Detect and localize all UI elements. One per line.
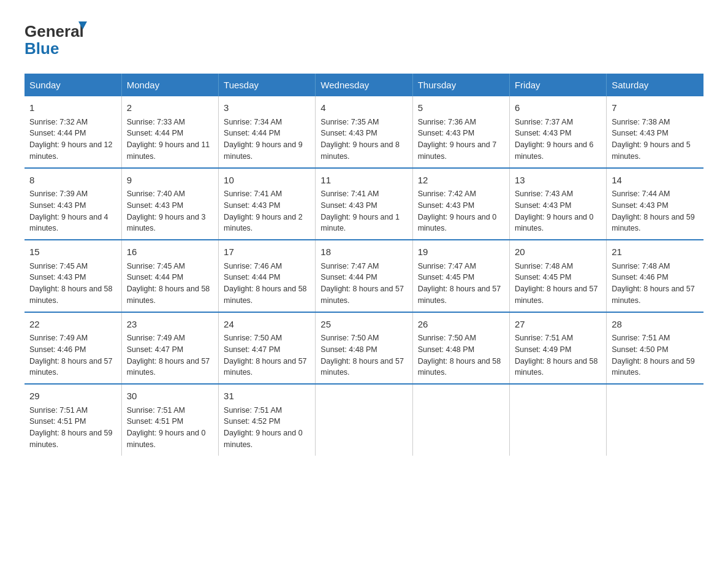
calendar-cell: 13Sunrise: 7:43 AMSunset: 4:43 PMDayligh… — [509, 168, 606, 240]
day-number: 2 — [127, 101, 213, 115]
day-number: 29 — [29, 389, 116, 404]
sunrise-label: Sunrise: 7:50 AM — [224, 334, 282, 342]
sunrise-label: Sunrise: 7:38 AM — [612, 118, 670, 126]
day-number: 8 — [29, 174, 116, 188]
calendar-cell: 25Sunrise: 7:50 AMSunset: 4:48 PMDayligh… — [316, 312, 412, 385]
daylight-label: Daylight: 8 hours and 59 minutes. — [29, 429, 113, 449]
sunrise-label: Sunrise: 7:50 AM — [320, 334, 379, 342]
sunrise-label: Sunrise: 7:51 AM — [29, 406, 88, 415]
day-number: 24 — [224, 318, 310, 332]
daylight-label: Daylight: 8 hours and 59 minutes. — [612, 357, 695, 377]
sunset-label: Sunset: 4:43 PM — [612, 201, 668, 210]
calendar-cell: 16Sunrise: 7:45 AMSunset: 4:44 PMDayligh… — [121, 240, 218, 312]
daylight-label: Daylight: 8 hours and 57 minutes. — [29, 357, 113, 377]
sunset-label: Sunset: 4:52 PM — [224, 417, 280, 426]
col-header-thursday: Thursday — [412, 74, 509, 96]
daylight-label: Daylight: 8 hours and 58 minutes. — [127, 285, 210, 305]
sunrise-label: Sunrise: 7:47 AM — [418, 262, 476, 270]
sunset-label: Sunset: 4:44 PM — [320, 273, 377, 282]
week-row-2: 8Sunrise: 7:39 AMSunset: 4:43 PMDaylight… — [25, 168, 703, 240]
sunrise-label: Sunrise: 7:36 AM — [418, 118, 476, 126]
sunrise-label: Sunrise: 7:45 AM — [127, 262, 185, 270]
sunrise-label: Sunrise: 7:48 AM — [515, 262, 573, 270]
sunrise-label: Sunrise: 7:41 AM — [320, 190, 379, 198]
calendar-cell: 19Sunrise: 7:47 AMSunset: 4:45 PMDayligh… — [412, 240, 509, 312]
daylight-label: Daylight: 9 hours and 1 minute. — [320, 213, 400, 233]
col-header-saturday: Saturday — [607, 74, 703, 96]
sunset-label: Sunset: 4:48 PM — [320, 345, 377, 354]
sunrise-label: Sunrise: 7:34 AM — [224, 118, 282, 126]
daylight-label: Daylight: 9 hours and 12 minutes. — [29, 140, 113, 161]
day-number: 16 — [127, 245, 213, 259]
sunset-label: Sunset: 4:47 PM — [127, 345, 183, 354]
sunset-label: Sunset: 4:46 PM — [612, 273, 668, 282]
sunrise-label: Sunrise: 7:51 AM — [612, 334, 670, 342]
col-header-tuesday: Tuesday — [219, 74, 316, 96]
calendar-cell: 17Sunrise: 7:46 AMSunset: 4:44 PMDayligh… — [219, 240, 316, 312]
sunset-label: Sunset: 4:43 PM — [320, 129, 377, 137]
day-number: 9 — [127, 174, 213, 188]
sunset-label: Sunset: 4:44 PM — [224, 129, 280, 137]
calendar-table: SundayMondayTuesdayWednesdayThursdayFrid… — [25, 74, 703, 456]
daylight-label: Daylight: 9 hours and 0 minutes. — [418, 213, 497, 233]
calendar-cell: 31Sunrise: 7:51 AMSunset: 4:52 PMDayligh… — [219, 384, 316, 456]
week-row-3: 15Sunrise: 7:45 AMSunset: 4:43 PMDayligh… — [25, 240, 703, 312]
calendar-cell: 29Sunrise: 7:51 AMSunset: 4:51 PMDayligh… — [25, 384, 121, 456]
day-number: 4 — [320, 101, 407, 115]
day-number: 26 — [418, 318, 504, 332]
calendar-cell: 1Sunrise: 7:32 AMSunset: 4:44 PMDaylight… — [25, 96, 121, 168]
calendar-cell: 14Sunrise: 7:44 AMSunset: 4:43 PMDayligh… — [607, 168, 703, 240]
page-header: GeneralBlue — [25, 18, 703, 61]
daylight-label: Daylight: 9 hours and 4 minutes. — [29, 213, 108, 233]
col-header-sunday: Sunday — [25, 74, 121, 96]
sunset-label: Sunset: 4:43 PM — [418, 201, 474, 210]
calendar-cell: 26Sunrise: 7:50 AMSunset: 4:48 PMDayligh… — [412, 312, 509, 385]
day-number: 30 — [127, 389, 213, 404]
sunset-label: Sunset: 4:43 PM — [612, 129, 668, 137]
sunset-label: Sunset: 4:44 PM — [127, 273, 183, 282]
daylight-label: Daylight: 9 hours and 0 minutes. — [515, 213, 594, 233]
day-number: 21 — [612, 245, 699, 259]
week-row-5: 29Sunrise: 7:51 AMSunset: 4:51 PMDayligh… — [25, 384, 703, 456]
daylight-label: Daylight: 8 hours and 58 minutes. — [418, 357, 501, 377]
calendar-cell: 27Sunrise: 7:51 AMSunset: 4:49 PMDayligh… — [509, 312, 606, 385]
daylight-label: Daylight: 9 hours and 7 minutes. — [418, 140, 497, 161]
day-number: 23 — [127, 318, 213, 332]
calendar-cell: 28Sunrise: 7:51 AMSunset: 4:50 PMDayligh… — [607, 312, 703, 385]
sunrise-label: Sunrise: 7:51 AM — [127, 406, 185, 415]
svg-text:General: General — [25, 22, 84, 40]
calendar-cell: 23Sunrise: 7:49 AMSunset: 4:47 PMDayligh… — [121, 312, 218, 385]
sunset-label: Sunset: 4:44 PM — [127, 129, 183, 137]
daylight-label: Daylight: 9 hours and 3 minutes. — [127, 213, 206, 233]
sunrise-label: Sunrise: 7:51 AM — [224, 406, 282, 415]
sunrise-label: Sunrise: 7:42 AM — [418, 190, 476, 198]
sunrise-label: Sunrise: 7:44 AM — [612, 190, 670, 198]
calendar-cell: 22Sunrise: 7:49 AMSunset: 4:46 PMDayligh… — [25, 312, 121, 385]
sunset-label: Sunset: 4:46 PM — [29, 345, 86, 354]
sunset-label: Sunset: 4:50 PM — [612, 345, 668, 354]
week-row-4: 22Sunrise: 7:49 AMSunset: 4:46 PMDayligh… — [25, 312, 703, 385]
calendar-cell: 8Sunrise: 7:39 AMSunset: 4:43 PMDaylight… — [25, 168, 121, 240]
day-number: 19 — [418, 245, 504, 259]
daylight-label: Daylight: 8 hours and 57 minutes. — [515, 285, 598, 305]
day-number: 6 — [515, 101, 601, 115]
logo-svg: GeneralBlue — [25, 18, 98, 61]
calendar-cell: 24Sunrise: 7:50 AMSunset: 4:47 PMDayligh… — [219, 312, 316, 385]
daylight-label: Daylight: 8 hours and 57 minutes. — [127, 357, 210, 377]
sunset-label: Sunset: 4:44 PM — [29, 129, 86, 137]
day-number: 20 — [515, 245, 601, 259]
week-row-1: 1Sunrise: 7:32 AMSunset: 4:44 PMDaylight… — [25, 96, 703, 168]
day-number: 17 — [224, 245, 310, 259]
day-number: 3 — [224, 101, 310, 115]
sunrise-label: Sunrise: 7:46 AM — [224, 262, 282, 270]
daylight-label: Daylight: 9 hours and 5 minutes. — [612, 140, 691, 161]
sunset-label: Sunset: 4:43 PM — [418, 129, 474, 137]
calendar-cell: 30Sunrise: 7:51 AMSunset: 4:51 PMDayligh… — [121, 384, 218, 456]
day-number: 25 — [320, 318, 407, 332]
sunset-label: Sunset: 4:51 PM — [29, 417, 86, 426]
sunrise-label: Sunrise: 7:35 AM — [320, 118, 379, 126]
day-number: 10 — [224, 174, 310, 188]
daylight-label: Daylight: 8 hours and 58 minutes. — [224, 285, 307, 305]
calendar-cell: 20Sunrise: 7:48 AMSunset: 4:45 PMDayligh… — [509, 240, 606, 312]
day-number: 18 — [320, 245, 407, 259]
